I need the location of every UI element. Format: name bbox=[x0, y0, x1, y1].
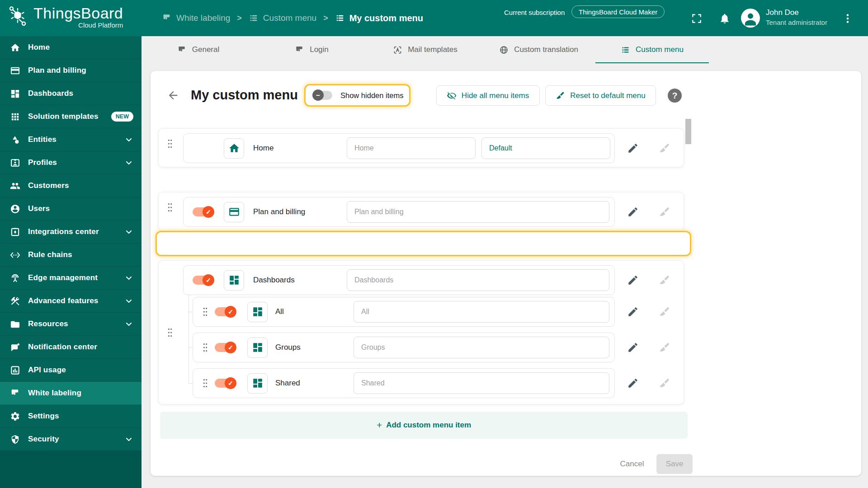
sidebar-item[interactable]: Integrations center bbox=[0, 221, 142, 244]
breadcrumb-separator: > bbox=[323, 14, 328, 23]
fullscreen-button[interactable] bbox=[691, 13, 703, 24]
page-type-select[interactable]: Default bbox=[481, 137, 610, 159]
edit-menu-item-button[interactable] bbox=[627, 206, 639, 218]
broom-icon bbox=[659, 206, 670, 218]
hide-all-menu-items-button[interactable]: Hide all menu items bbox=[436, 85, 540, 106]
sidebar-item[interactable]: Solution templates NEW bbox=[0, 105, 142, 128]
thingsboard-logo[interactable]: ThingsBoard Cloud Platform bbox=[5, 4, 123, 29]
sidebar-item[interactable]: Edge management bbox=[0, 267, 142, 290]
visibility-toggle[interactable]: ✓ bbox=[215, 377, 236, 389]
edit-menu-item-button[interactable] bbox=[627, 377, 639, 389]
menu-label-input[interactable] bbox=[354, 372, 609, 394]
menu-item-icon-button[interactable] bbox=[247, 302, 268, 322]
person-icon bbox=[742, 11, 759, 28]
sidebar-item[interactable]: Customers bbox=[0, 174, 142, 197]
clear-menu-item-button[interactable] bbox=[659, 306, 670, 318]
tab[interactable]: Login bbox=[255, 36, 368, 63]
avatar[interactable] bbox=[741, 9, 760, 28]
product-name: ThingsBoard bbox=[33, 5, 123, 22]
sidebar-item-icon bbox=[10, 42, 20, 53]
sidebar-item-label: Entities bbox=[28, 135, 57, 144]
tab[interactable]: Custom menu bbox=[595, 36, 709, 63]
breadcrumb-icon bbox=[249, 13, 259, 23]
tab[interactable]: Mail templates bbox=[368, 36, 482, 63]
edit-menu-item-button[interactable] bbox=[627, 306, 639, 318]
cancel-button[interactable]: Cancel bbox=[612, 454, 652, 474]
edit-menu-item-button[interactable] bbox=[627, 274, 639, 286]
sidebar-item-icon bbox=[10, 112, 20, 122]
clear-menu-item-button[interactable] bbox=[659, 342, 670, 353]
menu-item-icon-button[interactable] bbox=[247, 373, 268, 394]
sidebar-item[interactable]: API usage bbox=[0, 359, 142, 382]
sidebar-item[interactable]: Profiles bbox=[0, 151, 142, 174]
menu-item-section-plan-and-billing: ✓ Plan and billing bbox=[158, 192, 684, 231]
visibility-toggle[interactable]: ✓ bbox=[215, 342, 236, 353]
broom-icon bbox=[659, 274, 670, 286]
breadcrumb-label: White labeling bbox=[176, 13, 230, 23]
drag-handle[interactable] bbox=[201, 342, 209, 353]
chevron-down-icon bbox=[124, 319, 133, 328]
menu-label-input[interactable] bbox=[354, 337, 609, 358]
sidebar-item[interactable]: Security bbox=[0, 428, 142, 451]
sidebar-item[interactable]: Entities bbox=[0, 128, 142, 151]
tab-bar: General Login Mail templates Custom tran… bbox=[142, 36, 868, 63]
sidebar-item[interactable]: Users bbox=[0, 197, 142, 221]
product-subtitle: Cloud Platform bbox=[78, 21, 123, 29]
breadcrumb-item[interactable]: > Custom menu bbox=[237, 13, 316, 23]
reset-to-default-menu-button[interactable]: Reset to default menu bbox=[545, 85, 656, 106]
sidebar-filler bbox=[0, 451, 142, 488]
visibility-toggle[interactable]: ✓ bbox=[215, 306, 236, 318]
edit-menu-item-button[interactable] bbox=[627, 342, 639, 353]
show-hidden-toggle[interactable]: − bbox=[312, 89, 334, 101]
breadcrumb-item[interactable]: White labeling bbox=[162, 13, 230, 23]
user-name: John Doe bbox=[766, 8, 827, 17]
subscription-plan-chip[interactable]: ThingsBoard Cloud Maker bbox=[571, 5, 665, 18]
broom-icon bbox=[659, 377, 670, 389]
sidebar-item[interactable]: White labeling bbox=[0, 382, 142, 405]
sidebar-item[interactable]: Home bbox=[0, 36, 142, 59]
clear-menu-item-button[interactable] bbox=[659, 274, 670, 286]
drag-handle[interactable] bbox=[201, 306, 209, 318]
edit-menu-item-button[interactable] bbox=[627, 142, 639, 154]
save-button[interactable]: Save bbox=[656, 454, 693, 474]
sidebar-item-label: Notification center bbox=[28, 343, 97, 352]
menu-label-input[interactable] bbox=[347, 269, 609, 291]
broom-icon bbox=[659, 342, 670, 353]
menu-item-icon-button[interactable] bbox=[224, 138, 244, 159]
menu-item-icon-button[interactable] bbox=[247, 338, 268, 358]
sidebar-item[interactable]: Resources bbox=[0, 313, 142, 336]
kebab-icon bbox=[842, 13, 854, 24]
sidebar-item[interactable]: Dashboards bbox=[0, 82, 142, 105]
clear-menu-item-button[interactable] bbox=[659, 377, 670, 389]
clear-menu-item-button[interactable] bbox=[659, 206, 670, 218]
menu-label-input[interactable] bbox=[347, 201, 609, 223]
user-info[interactable]: John Doe Tenant administrator bbox=[766, 8, 827, 26]
sidebar-item[interactable]: Settings bbox=[0, 405, 142, 428]
chevron-down-icon bbox=[124, 227, 133, 236]
scrollbar-thumb[interactable] bbox=[685, 119, 691, 144]
add-custom-menu-item-button[interactable]: + Add custom menu item bbox=[160, 412, 688, 439]
drag-handle[interactable] bbox=[201, 377, 209, 389]
sidebar-item[interactable]: Notification center bbox=[0, 336, 142, 359]
visibility-toggle[interactable]: ✓ bbox=[193, 206, 214, 218]
sidebar-item[interactable]: Plan and billing bbox=[0, 59, 142, 82]
tab[interactable]: General bbox=[142, 36, 255, 63]
show-hidden-toggle-group: − Show hidden items bbox=[304, 84, 410, 107]
custom-menu-card: My custom menu − Show hidden items Hide … bbox=[151, 71, 861, 476]
menu-label-input[interactable] bbox=[347, 137, 476, 159]
sidebar-item[interactable]: Advanced features bbox=[0, 290, 142, 313]
more-menu-button[interactable] bbox=[842, 13, 854, 24]
help-button[interactable]: ? bbox=[668, 89, 682, 103]
menu-label-input[interactable] bbox=[354, 301, 609, 323]
breadcrumb-item[interactable]: > My custom menu bbox=[323, 13, 423, 23]
drag-handle-icon bbox=[201, 306, 209, 318]
notifications-button[interactable] bbox=[719, 13, 731, 24]
menu-item-icon-button[interactable] bbox=[224, 202, 244, 222]
back-button[interactable] bbox=[167, 89, 179, 102]
sidebar-item[interactable]: Rule chains bbox=[0, 244, 142, 267]
clear-menu-item-button[interactable] bbox=[659, 142, 670, 154]
menu-item-name: Dashboards bbox=[253, 276, 347, 285]
tab[interactable]: Custom translation bbox=[482, 36, 595, 63]
visibility-toggle[interactable]: ✓ bbox=[193, 274, 214, 286]
menu-item-icon-button[interactable] bbox=[224, 270, 244, 291]
